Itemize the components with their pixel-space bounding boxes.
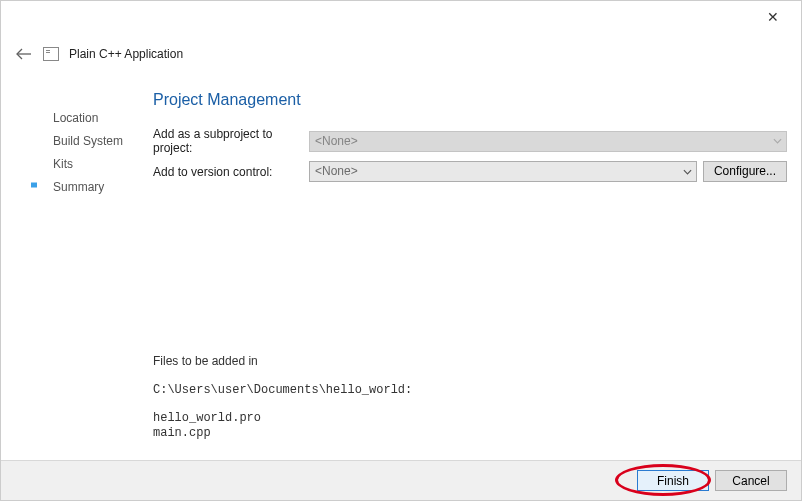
- wizard-header: Plain C++ Application: [15, 47, 183, 61]
- vcs-label: Add to version control:: [153, 165, 309, 179]
- back-arrow-icon[interactable]: [15, 47, 33, 61]
- vcs-row: Add to version control: <None> Configure…: [153, 161, 787, 182]
- sidebar-step-build-system[interactable]: Build System: [35, 130, 135, 153]
- sidebar-step-summary[interactable]: Summary: [35, 176, 135, 199]
- subproject-combo: <None>: [309, 131, 787, 152]
- files-path: C:\Users\user\Documents\hello_world:: [153, 383, 412, 397]
- subproject-value: <None>: [315, 134, 358, 148]
- close-button[interactable]: ✕: [759, 7, 787, 27]
- wizard-steps-sidebar: Location Build System Kits Summary: [35, 107, 135, 199]
- footer-bar: Finish Cancel: [1, 460, 801, 500]
- files-heading: Files to be added in: [153, 354, 412, 368]
- files-list: hello_world.pro main.cpp: [153, 411, 412, 440]
- subproject-row: Add as a subproject to project: <None>: [153, 127, 787, 155]
- page-title: Project Management: [153, 91, 787, 109]
- configure-button[interactable]: Configure...: [703, 161, 787, 182]
- vcs-combo[interactable]: <None>: [309, 161, 697, 182]
- project-type-icon: [43, 47, 59, 61]
- chevron-down-icon: [683, 167, 692, 176]
- finish-button[interactable]: Finish: [637, 470, 709, 491]
- main-panel: Project Management Add as a subproject t…: [153, 91, 787, 450]
- sidebar-step-kits[interactable]: Kits: [35, 153, 135, 176]
- chevron-down-icon: [773, 137, 782, 146]
- files-summary: Files to be added in C:\Users\user\Docum…: [153, 354, 412, 440]
- vcs-value: <None>: [315, 164, 358, 178]
- subproject-label: Add as a subproject to project:: [153, 127, 309, 155]
- wizard-title: Plain C++ Application: [69, 47, 183, 61]
- sidebar-step-location[interactable]: Location: [35, 107, 135, 130]
- cancel-button[interactable]: Cancel: [715, 470, 787, 491]
